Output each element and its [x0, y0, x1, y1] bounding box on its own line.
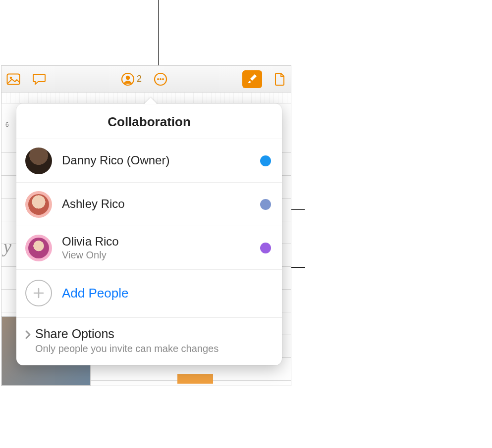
toolbar: 2 — [1, 66, 291, 93]
image-icon — [6, 73, 20, 85]
more-button[interactable] — [154, 70, 167, 88]
svg-point-1 — [10, 76, 12, 79]
person-circle-icon — [121, 72, 135, 86]
add-people-label: Add People — [62, 286, 128, 301]
paintbrush-icon — [247, 73, 258, 85]
svg-point-5 — [157, 78, 159, 80]
color-dot — [260, 155, 271, 166]
speech-bubble-icon — [32, 73, 46, 86]
avatar — [25, 148, 52, 174]
document-icon — [274, 72, 286, 86]
comment-button[interactable] — [32, 70, 46, 88]
svg-point-6 — [160, 78, 162, 80]
add-people-button[interactable]: Add People — [16, 270, 282, 318]
callout-line-top — [158, 0, 159, 65]
document-orange-block — [177, 374, 213, 384]
collaborator-count: 2 — [137, 74, 142, 84]
participant-name: Olivia Rico — [62, 235, 260, 249]
participant-name: Danny Rico (Owner) — [62, 153, 260, 168]
participant-row[interactable]: Ashley Rico — [16, 183, 282, 226]
participant-permission: View Only — [62, 249, 260, 261]
participant-row[interactable]: Danny Rico (Owner) — [16, 139, 282, 183]
plus-circle-icon — [25, 280, 52, 306]
ruler-number: 6 — [5, 121, 9, 128]
collaborate-button[interactable]: 2 — [121, 70, 142, 88]
document-script-text: y — [3, 236, 11, 257]
popover-title: Collaboration — [16, 103, 282, 139]
participant-row[interactable]: Olivia Rico View Only — [16, 226, 282, 270]
avatar — [25, 191, 52, 218]
share-options-subtitle: Only people you invite can make changes — [35, 343, 219, 354]
share-options-button[interactable]: Share Options Only people you invite can… — [16, 318, 282, 365]
svg-point-7 — [162, 78, 164, 80]
media-button[interactable] — [6, 70, 20, 88]
participant-list: Danny Rico (Owner) Ashley Rico Olivia Ri… — [16, 139, 282, 270]
document-button[interactable] — [274, 70, 286, 88]
share-options-title: Share Options — [35, 327, 219, 341]
avatar — [25, 235, 52, 261]
collaboration-popover: Collaboration Danny Rico (Owner) Ashley … — [16, 103, 282, 365]
svg-point-3 — [126, 75, 130, 79]
color-dot — [260, 243, 271, 253]
ellipsis-circle-icon — [154, 72, 167, 86]
chevron-right-icon — [23, 330, 33, 340]
svg-rect-0 — [7, 74, 20, 84]
participant-name: Ashley Rico — [62, 197, 260, 211]
app-window: 6 y 2 — [1, 65, 291, 386]
format-button[interactable] — [242, 70, 262, 88]
color-dot — [260, 199, 271, 210]
